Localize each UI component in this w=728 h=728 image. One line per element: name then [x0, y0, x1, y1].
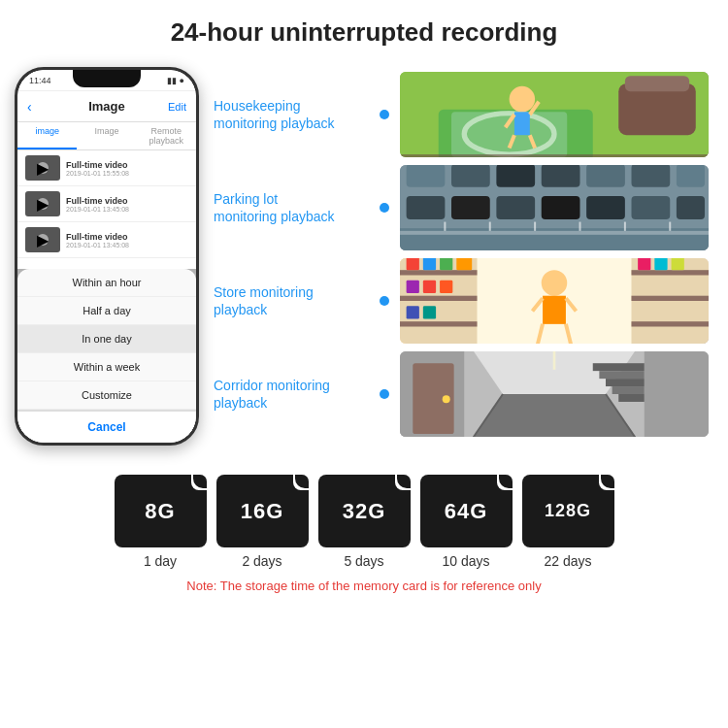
svg-rect-16 — [451, 196, 490, 219]
svg-rect-5 — [625, 76, 689, 91]
svg-rect-46 — [423, 281, 436, 293]
sdcard-capacity-1: 8G — [145, 499, 175, 524]
sdcard-row: 8G 1 day 16G 2 days 32G 5 days — [115, 475, 614, 569]
sdcard-days-5: 22 days — [544, 553, 591, 569]
main-content: 11:44 ▮▮ ● ‹ Image Edit image Image Remo… — [0, 57, 728, 455]
page-header: 24-hour uninterrupted recording — [0, 0, 728, 57]
svg-rect-15 — [407, 196, 446, 219]
sdcard-icon-3: 32G — [318, 475, 411, 547]
phone-tab-remote[interactable]: Remote playback — [137, 122, 196, 149]
sdcard-item-3: 32G 5 days — [318, 475, 411, 569]
list-item: ▶ Full-time video 2019-01-01 13:45:08 — [17, 186, 196, 222]
phone-screen: 11:44 ▮▮ ● ‹ Image Edit image Image Remo… — [17, 70, 196, 443]
svg-rect-38 — [400, 270, 478, 275]
svg-rect-26 — [586, 165, 625, 187]
sdcard-item-2: 16G 2 days — [216, 475, 309, 569]
svg-point-75 — [443, 395, 450, 403]
play-icon-3: ▶ — [37, 234, 49, 246]
svg-rect-69 — [593, 363, 645, 371]
dropdown-item-2[interactable]: Half a day — [17, 297, 196, 325]
svg-rect-19 — [586, 196, 625, 219]
svg-rect-48 — [407, 306, 419, 318]
dropdown-cancel-button[interactable]: Cancel — [17, 410, 196, 443]
monitoring-image-4 — [400, 351, 709, 437]
svg-rect-39 — [400, 296, 478, 301]
monitoring-row-3: Store monitoringplayback — [214, 258, 709, 344]
list-item-date-2: 2019-01-01 13:45:08 — [66, 206, 188, 213]
svg-rect-22 — [407, 165, 446, 187]
svg-rect-49 — [423, 306, 436, 318]
list-item-date-1: 2019-01-01 15:55:08 — [66, 170, 188, 177]
svg-rect-55 — [654, 258, 667, 270]
phone-notch — [73, 70, 141, 87]
list-item: ▶ Full-time video 2019-01-01 13:45:08 — [17, 222, 196, 258]
phone-nav-title: Image — [88, 99, 125, 114]
svg-rect-73 — [618, 394, 645, 402]
list-item-date-3: 2019-01-01 13:45:08 — [66, 242, 188, 248]
svg-rect-58 — [543, 296, 566, 324]
store-illustration — [400, 258, 709, 344]
svg-rect-51 — [632, 270, 710, 275]
svg-rect-12 — [400, 154, 709, 157]
list-item: ▶ Full-time video 2019-01-01 15:55:08 — [17, 150, 196, 186]
phone-edit-button[interactable]: Edit — [168, 101, 186, 113]
play-icon-2: ▶ — [37, 198, 49, 210]
phone-device: 11:44 ▮▮ ● ‹ Image Edit image Image Remo… — [15, 67, 199, 446]
monitoring-label-1: Housekeepingmonitoring playback — [214, 97, 369, 132]
svg-rect-71 — [606, 379, 645, 386]
sdcard-section: 8G 1 day 16G 2 days 32G 5 days — [0, 455, 728, 603]
svg-rect-18 — [542, 196, 580, 219]
monitoring-row-2: Parking lotmonitoring playback — [214, 165, 709, 250]
phone-tab-image2[interactable]: Image — [77, 122, 136, 149]
list-item-title-1: Full-time video — [66, 160, 188, 170]
svg-point-6 — [510, 86, 536, 113]
phone-home-bar — [17, 443, 196, 446]
dropdown-item-1[interactable]: Within an hour — [17, 269, 196, 297]
phone-list: ▶ Full-time video 2019-01-01 15:55:08 ▶ … — [17, 150, 196, 443]
monitoring-image-3 — [400, 258, 709, 344]
monitoring-image-2 — [400, 165, 709, 250]
phone-status-icons: ▮▮ ● — [167, 76, 184, 85]
svg-rect-28 — [677, 165, 705, 187]
connector-dot-3 — [380, 296, 389, 306]
page-title: 24-hour uninterrupted recording — [19, 17, 709, 48]
svg-rect-70 — [599, 371, 644, 379]
list-item-title-3: Full-time video — [66, 232, 188, 242]
video-thumb-2: ▶ — [25, 191, 60, 216]
svg-point-57 — [542, 270, 568, 296]
svg-rect-66 — [645, 351, 709, 437]
play-icon-1: ▶ — [37, 162, 49, 174]
connector-2 — [379, 203, 390, 213]
list-item-text-2: Full-time video 2019-01-01 13:45:08 — [66, 196, 188, 213]
svg-rect-43 — [440, 258, 452, 270]
dropdown-item-4[interactable]: Within a week — [17, 353, 196, 381]
svg-rect-56 — [672, 258, 684, 270]
svg-rect-21 — [677, 196, 705, 219]
svg-rect-7 — [514, 112, 530, 135]
connector-1 — [379, 110, 390, 119]
svg-rect-53 — [632, 321, 710, 326]
svg-rect-41 — [407, 258, 419, 270]
sdcard-icon-5: 128G — [522, 475, 614, 547]
phone-tab-image[interactable]: image — [17, 122, 77, 149]
corridor-illustration — [400, 351, 709, 437]
connector-dot-2 — [380, 203, 389, 213]
phone-nav-bar: ‹ Image Edit — [17, 91, 196, 122]
video-thumb-1: ▶ — [25, 155, 60, 181]
sdcard-item-4: 64G 10 days — [420, 475, 513, 569]
sdcard-item-5: 128G 22 days — [522, 475, 614, 569]
monitoring-row-1: Housekeepingmonitoring playback — [214, 72, 709, 157]
sdcard-capacity-5: 128G — [545, 501, 591, 521]
svg-rect-40 — [400, 321, 478, 326]
svg-rect-45 — [407, 281, 419, 293]
svg-rect-35 — [400, 231, 709, 235]
phone-back-button[interactable]: ‹ — [27, 99, 32, 115]
monitoring-label-4: Corridor monitoringplayback — [214, 377, 369, 412]
dropdown-item-3[interactable]: In one day — [17, 325, 196, 353]
dropdown-item-5[interactable]: Customize — [17, 381, 196, 410]
svg-rect-54 — [638, 258, 650, 270]
sdcard-item-1: 8G 1 day — [115, 475, 207, 569]
connector-dot-1 — [380, 110, 389, 119]
sdcard-days-1: 1 day — [144, 553, 177, 569]
sdcard-icon-1: 8G — [115, 475, 207, 547]
